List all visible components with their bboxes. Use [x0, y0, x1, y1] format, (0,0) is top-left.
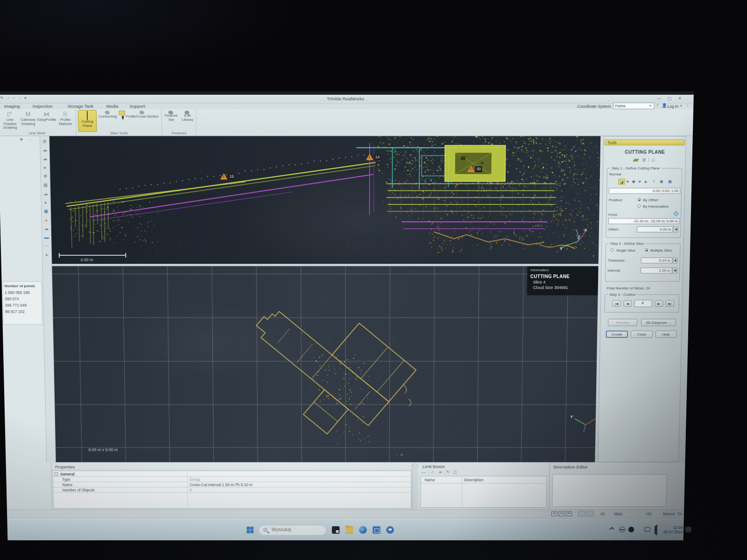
contouring-button[interactable]: Contouring [98, 110, 118, 119]
offset-input[interactable]: 0.00 m [637, 226, 673, 232]
thickness-spinner[interactable] [673, 258, 677, 264]
edit-plane-icon[interactable] [632, 157, 639, 163]
file-explorer-icon[interactable] [345, 526, 353, 534]
lock-icon[interactable]: ⌂ [431, 470, 434, 474]
catenary-drawing-button[interactable]: M Catenary Drawing [19, 111, 37, 126]
normal-preset-pick-icon[interactable]: ◉ [658, 179, 665, 185]
panel-pin-icon[interactable]: ◉ [20, 137, 23, 141]
display-icon[interactable] [645, 527, 651, 532]
taskbar-app-icon[interactable] [332, 526, 340, 534]
interval-spinner[interactable] [672, 267, 677, 273]
interval-input[interactable]: 1.00 m [641, 267, 672, 273]
help-icon[interactable]: ? [656, 103, 658, 108]
normal-preset-diamond-icon[interactable]: ◆ [630, 179, 637, 185]
panel-corner-buttons[interactable]: ▫ ✕ [396, 453, 404, 457]
normal-preset-plane-icon[interactable]: ◪ [618, 179, 625, 185]
inspect-plane-icon[interactable]: ◎ [650, 157, 657, 163]
create-button[interactable]: Create [606, 330, 628, 337]
layout-single-icon[interactable] [551, 511, 557, 516]
cloud-toggle-icon[interactable] [586, 511, 594, 517]
notification-bell-icon[interactable] [685, 527, 691, 532]
normal-value-input[interactable]: 0.00; 0.00; 1.00 [609, 188, 680, 194]
pick-tool-icon[interactable]: ▸ [42, 164, 49, 171]
cloud-tool-icon[interactable]: ☁ [42, 225, 50, 232]
clock[interactable]: 12:19 25.07.2024 [660, 525, 683, 534]
point-picker-icon[interactable] [674, 211, 679, 216]
grid-tool-icon[interactable]: ▦ [42, 182, 49, 189]
hd-indicator[interactable]: HD [646, 512, 651, 516]
segment-tool-icon[interactable]: ❖ [42, 173, 49, 180]
coordinate-system-dropdown-icon[interactable]: ▾ [649, 104, 651, 108]
easyline-button[interactable]: 2D-EasyLine ... [641, 319, 676, 326]
speaker-icon[interactable] [653, 526, 659, 532]
multiple-slice-radio[interactable] [645, 248, 648, 252]
edit-library-button[interactable]: Edit Library [179, 110, 195, 122]
tab-inspection[interactable]: Inspection [33, 104, 53, 109]
panel-corner-buttons[interactable]: ▫ ✕ [594, 450, 598, 456]
normal-preset-plus-icon[interactable]: + [651, 179, 657, 185]
close-icon[interactable]: ✕ [677, 96, 683, 101]
minimize-icon[interactable]: — [656, 96, 662, 101]
name-column-header[interactable]: Name [424, 478, 435, 482]
coordinate-system-select[interactable]: Home [613, 103, 654, 109]
general-group-row[interactable]: General [60, 472, 75, 476]
search-input[interactable] [271, 527, 321, 532]
login-button[interactable]: Log In [667, 104, 678, 109]
by-offset-radio[interactable] [637, 198, 641, 201]
cloud-toggle-icon[interactable] [578, 511, 585, 517]
view-up-icon[interactable]: ⇡ [592, 255, 595, 259]
by-interpolation-radio[interactable] [637, 204, 641, 208]
cloud-dark-tool-icon[interactable]: ☁ [42, 190, 49, 197]
tray-expand-icon[interactable] [609, 527, 614, 531]
cloud-tool-icon[interactable]: ☁ [41, 147, 49, 154]
description-column-header[interactable]: Description [464, 478, 484, 482]
edge-browser-icon[interactable] [359, 526, 367, 534]
disable-plane-icon[interactable]: ⊘ [641, 157, 648, 163]
close-button[interactable]: Close [631, 330, 653, 337]
previous-slice-button[interactable]: ◀ [623, 300, 632, 307]
more-tools-icon[interactable]: ⋯ [43, 243, 50, 250]
mpts-label[interactable]: Mpts [614, 512, 622, 516]
last-slice-button[interactable]: ▶| [666, 300, 674, 307]
microsoft-store-icon[interactable] [373, 526, 381, 534]
collapse-icon[interactable]: — [422, 470, 426, 475]
expander-icon[interactable]: − [54, 472, 58, 476]
layout-split-icon[interactable] [559, 511, 565, 516]
point-value-input[interactable]: -21.43 m; -16.29 m; 0.00 m [608, 218, 680, 224]
tray-app-icon[interactable] [628, 527, 634, 532]
microphone-icon[interactable] [636, 526, 642, 532]
chat-app-icon[interactable] [386, 526, 394, 534]
maximize-icon[interactable]: ▢ [667, 96, 673, 101]
draw-box-icon[interactable]: ✎ [446, 470, 449, 474]
layout-quad-icon[interactable] [566, 511, 572, 516]
marker-tool-icon[interactable]: ▲ [42, 217, 50, 224]
preview-button[interactable]: Preview [608, 319, 637, 326]
first-slice-button[interactable]: |◀ [613, 300, 621, 307]
normal-preset-cloud-icon[interactable]: ▲ [642, 179, 649, 185]
offset-spinner[interactable] [673, 226, 678, 232]
slice-index-input[interactable]: 4 [634, 300, 652, 307]
tab-imaging[interactable]: Imaging [4, 104, 20, 109]
panel-refresh-icon[interactable]: ◌ [29, 137, 31, 141]
start-button[interactable] [247, 527, 254, 533]
profile-matcher-button[interactable]: ⎘ Profile Matcher [56, 111, 75, 126]
point-cloud-3d-view[interactable]: 15 14 30 4.00 m X Z Y ⇡ [49, 136, 600, 264]
network-icon[interactable] [619, 527, 625, 532]
feature-set-button[interactable]: Feature Set [162, 110, 179, 122]
profile-cross-section-button[interactable]: Profile/Cross-Section [123, 110, 162, 119]
single-slice-radio[interactable] [611, 248, 614, 252]
box-icon[interactable]: ◻ [453, 470, 457, 474]
description-editor-area[interactable] [552, 474, 667, 507]
pick-tool-icon[interactable]: ▸ [42, 199, 49, 206]
units-indicator[interactable]: Meters [663, 512, 675, 516]
easyprofile-button[interactable]: ⋈ EasyProfile [37, 111, 56, 122]
cloud-tool-icon[interactable]: ☁ [41, 155, 49, 162]
orbit-tool-icon[interactable]: ◍ [41, 138, 49, 145]
refresh-icon[interactable]: ◔ [686, 103, 689, 108]
tab-media[interactable]: Media [106, 104, 118, 109]
tab-support[interactable]: Support [129, 104, 145, 109]
panel-tool-icon[interactable]: ▣ [42, 208, 50, 215]
taskbar-search[interactable] [259, 525, 327, 536]
pick-tool-icon[interactable]: ▸ [43, 252, 51, 259]
normal-preset-box-icon[interactable]: ▣ [667, 179, 673, 185]
